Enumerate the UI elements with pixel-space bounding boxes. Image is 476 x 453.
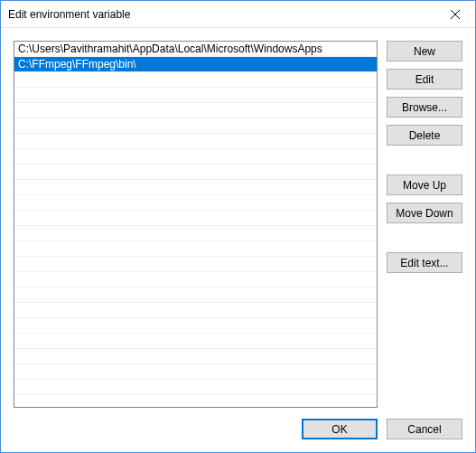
spacer bbox=[387, 153, 462, 175]
new-button[interactable]: New bbox=[387, 41, 462, 61]
list-empty-row[interactable] bbox=[14, 195, 377, 211]
delete-button[interactable]: Delete bbox=[387, 125, 462, 146]
browse-button[interactable]: Browse... bbox=[387, 97, 462, 118]
list-empty-row[interactable] bbox=[14, 272, 377, 288]
list-empty-row[interactable] bbox=[14, 288, 377, 303]
list-item[interactable]: C:\FFmpeg\FFmpeg\bin\ bbox=[14, 57, 377, 72]
list-empty-row[interactable] bbox=[14, 364, 377, 380]
title-bar: Edit environment variable bbox=[1, 1, 475, 28]
list-empty-row[interactable] bbox=[14, 118, 377, 134]
list-empty-row[interactable] bbox=[14, 88, 377, 103]
list-empty-row[interactable] bbox=[14, 241, 377, 257]
side-button-column: New Edit Browse... Delete Move Up Move D… bbox=[387, 41, 462, 408]
list-empty-row[interactable] bbox=[14, 380, 377, 395]
list-empty-row[interactable] bbox=[14, 257, 377, 272]
dialog-content: C:\Users\Pavithramahit\AppData\Local\Mic… bbox=[1, 28, 475, 452]
main-row: C:\Users\Pavithramahit\AppData\Local\Mic… bbox=[14, 41, 462, 408]
list-empty-row[interactable] bbox=[14, 334, 377, 349]
cancel-button[interactable]: Cancel bbox=[387, 419, 462, 439]
list-empty-row[interactable] bbox=[14, 318, 377, 334]
close-icon bbox=[451, 10, 460, 19]
list-empty-row[interactable] bbox=[14, 180, 377, 195]
list-empty-row[interactable] bbox=[14, 149, 377, 165]
list-item[interactable]: C:\Users\Pavithramahit\AppData\Local\Mic… bbox=[14, 42, 377, 57]
list-empty-row[interactable] bbox=[14, 211, 377, 226]
list-empty-row[interactable] bbox=[14, 134, 377, 149]
edit-button[interactable]: Edit bbox=[387, 69, 462, 90]
list-empty-row[interactable] bbox=[14, 395, 377, 408]
edit-text-button[interactable]: Edit text... bbox=[387, 252, 462, 273]
dialog-footer: OK Cancel bbox=[14, 408, 462, 439]
ok-button[interactable]: OK bbox=[302, 419, 378, 439]
move-down-button[interactable]: Move Down bbox=[387, 203, 462, 223]
dialog-window: Edit environment variable C:\Users\Pavit… bbox=[0, 0, 476, 453]
move-up-button[interactable]: Move Up bbox=[387, 175, 462, 195]
list-empty-row[interactable] bbox=[14, 226, 377, 241]
list-empty-row[interactable] bbox=[14, 72, 377, 88]
window-title: Edit environment variable bbox=[8, 8, 434, 21]
path-listbox[interactable]: C:\Users\Pavithramahit\AppData\Local\Mic… bbox=[14, 41, 378, 408]
list-empty-row[interactable] bbox=[14, 103, 377, 118]
spacer bbox=[387, 231, 462, 252]
list-empty-row[interactable] bbox=[14, 303, 377, 318]
list-empty-row[interactable] bbox=[14, 165, 377, 180]
list-empty-row[interactable] bbox=[14, 349, 377, 364]
close-button[interactable] bbox=[434, 1, 475, 27]
